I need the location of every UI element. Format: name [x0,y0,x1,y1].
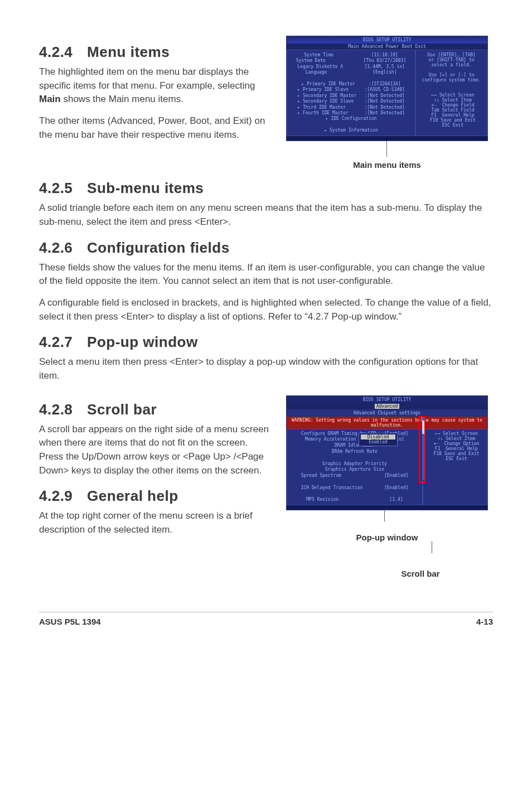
paragraph: A solid triangle before each item on any… [39,201,493,229]
text: The highlighted item on the menu bar dis… [39,66,255,91]
figure-caption: Main menu items [281,160,493,170]
bios-help-panel: Use [ENTER], [TAB]or [SHIFT-TAB] toselec… [415,50,487,136]
bios-menubar: Main Advanced Power Boot Exit [287,44,487,50]
bios-popup: Disabled Enabled [359,433,398,446]
paragraph: These fields show the values for the men… [39,261,493,288]
menubar-selected: Advanced [375,404,400,409]
heading-4-2-9: 4.2.9 General help [39,487,270,505]
bios-footer [287,505,487,510]
paragraph: A scroll bar appears on the right side o… [39,423,270,478]
footer-right: 4-13 [476,617,493,626]
figure-caption-popup: Pop-up window [281,533,493,542]
heading-4-2-4: 4.2.4 Menu items [39,44,270,61]
section-title: Menu items [87,44,170,60]
bios-main-panel: System Time [11:10:19]System Date [Thu 0… [287,50,415,136]
section-title: Configuration fields [87,239,230,256]
bios-menubar: Advanced [287,403,487,409]
bios-footer [287,136,487,141]
paragraph: The highlighted item on the menu bar dis… [39,65,270,107]
paragraph: At the top right corner of the menu scre… [39,509,270,537]
bios-titlebar: BIOS SETUP UTILITY [287,36,487,44]
scrollbar-icon [422,417,424,480]
section-number: 4.2.8 [39,401,72,418]
popup-option-selected: Disabled [361,434,395,439]
callout-line [386,141,388,157]
bios-help-panel: ←→ Select Screen ↑↓ Select Item +- Chang… [423,429,487,506]
heading-4-2-8: 4.2.8 Scroll bar [39,401,270,418]
section-number: 4.2.4 [39,44,72,60]
section-number: 4.2.7 [39,334,72,350]
section-number: 4.2.6 [39,239,72,256]
bios-section-heading: Advanced Chipset settings [287,409,487,417]
popup-option: Enabled [369,439,388,445]
section-title: Scroll bar [87,401,157,418]
heading-4-2-6: 4.2.6 Configuration fields [39,239,493,257]
page-footer: ASUS P5L 1394 4-13 [39,612,493,626]
bios-settings-panel: Configure DRAM Timing by SPD [Enabled]Me… [287,429,423,506]
text: shows the Main menu items. [61,94,183,104]
bios-titlebar: BIOS SETUP UTILITY [287,396,487,403]
paragraph: The other items (Advanced, Power, Boot, … [39,114,270,142]
section-number: 4.2.9 [39,487,72,504]
section-title: Pop-up window [87,334,198,350]
section-title: General help [87,487,178,504]
section-title: Sub-menu items [87,180,204,196]
bold-main: Main [39,94,61,104]
figure-caption-scrollbar: Scroll bar [348,569,493,578]
paragraph: Select a menu item then press <Enter> to… [39,355,493,383]
bios-warning: WARNING: Setting wrong values in the sec… [287,417,487,429]
paragraph: A configurable field is enclosed in brac… [39,296,493,323]
bios-screenshot-main: BIOS SETUP UTILITY Main Advanced Power B… [286,36,488,141]
footer-left: ASUS P5L 1394 [39,617,101,626]
heading-4-2-7: 4.2.7 Pop-up window [39,334,493,351]
heading-4-2-5: 4.2.5 Sub-menu items [39,180,493,197]
callout-line [432,541,433,553]
section-number: 4.2.5 [39,180,72,196]
callout-line [384,509,385,521]
bios-screenshot-advanced: BIOS SETUP UTILITY Advanced Advanced Chi… [286,395,488,511]
